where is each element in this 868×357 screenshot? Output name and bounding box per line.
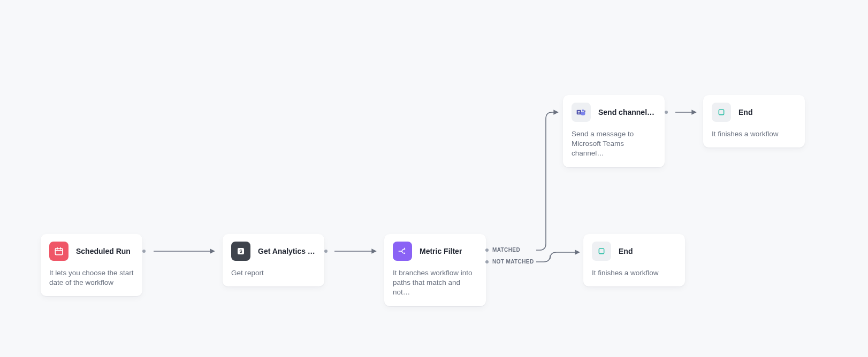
node-send-channel-message[interactable]: T Send channel m… Send a message to Micr…: [563, 95, 665, 167]
node-title: Get Analytics R…: [258, 247, 316, 255]
node-metric-filter[interactable]: Metric Filter It branches workflow into …: [384, 234, 486, 306]
output-port-not-matched[interactable]: [485, 260, 489, 263]
workflow-canvas[interactable]: Scheduled Run It lets you choose the sta…: [0, 0, 868, 357]
branch-label-matched: MATCHED: [492, 247, 520, 253]
stop-icon: [592, 242, 611, 261]
branch-label-not-matched: NOT MATCHED: [492, 259, 534, 265]
node-description: It finishes a workflow: [592, 268, 676, 278]
output-port-matched[interactable]: [485, 249, 489, 252]
node-get-analytics[interactable]: S Get Analytics R… Get report: [223, 234, 324, 286]
node-end-top[interactable]: End It finishes a workflow: [703, 95, 805, 148]
stop-icon: [712, 103, 731, 122]
node-title: Scheduled Run: [76, 247, 131, 255]
node-title: Metric Filter: [420, 247, 462, 255]
node-end-bottom[interactable]: End It finishes a workflow: [583, 234, 685, 286]
node-description: It finishes a workflow: [712, 129, 796, 139]
svg-rect-7: [719, 110, 724, 114]
node-title: End: [619, 247, 633, 255]
teams-icon: T: [572, 103, 591, 122]
node-description: Send a message to Microsoft Teams channe…: [572, 129, 656, 159]
output-port[interactable]: [324, 250, 328, 253]
node-scheduled-run[interactable]: Scheduled Run It lets you choose the sta…: [41, 234, 142, 296]
svg-text:S: S: [239, 249, 242, 254]
node-title: Send channel m…: [598, 108, 656, 117]
branch-icon: [393, 242, 412, 261]
svg-text:T: T: [578, 111, 580, 114]
output-port[interactable]: [142, 250, 146, 253]
output-port[interactable]: [665, 111, 668, 114]
node-title: End: [738, 108, 752, 117]
svg-point-5: [582, 110, 584, 112]
svg-rect-8: [599, 249, 604, 253]
app-s-icon: S: [231, 242, 250, 261]
node-description: It branches workflow into paths that mat…: [393, 268, 477, 298]
node-description: Get report: [231, 268, 316, 278]
node-description: It lets you choose the start date of the…: [49, 268, 134, 288]
svg-point-6: [584, 111, 585, 112]
calendar-icon: [49, 242, 68, 261]
svg-rect-0: [55, 249, 63, 255]
